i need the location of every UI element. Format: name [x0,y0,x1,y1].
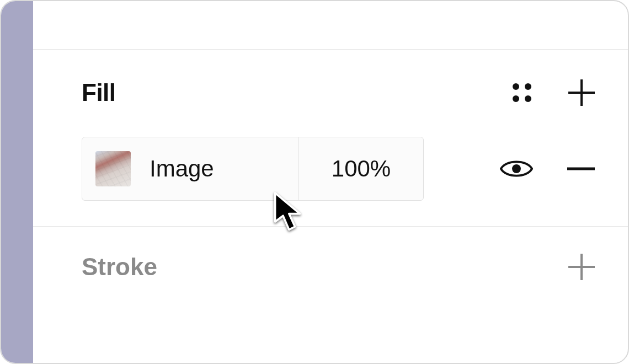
fill-type-button[interactable]: Image [82,137,298,200]
side-strip [1,1,33,363]
previous-section [33,1,628,50]
fill-type-label: Image [150,156,214,182]
fill-title: Fill [82,79,116,106]
styles-icon[interactable] [510,81,534,105]
fill-section: Fill Image 100% [33,50,628,227]
fill-swatch-group: Image 100% [82,137,424,201]
panel-content: Fill Image 100% [33,1,628,363]
fill-header-actions [510,79,595,106]
stroke-section: Stroke [33,227,628,307]
add-fill-button[interactable] [568,79,595,106]
fill-header: Fill [82,73,595,113]
fill-row: Image 100% [82,137,595,201]
remove-fill-button[interactable] [567,156,595,182]
visibility-toggle[interactable] [500,158,533,180]
fill-opacity-value: 100% [332,156,391,182]
fill-opacity-input[interactable]: 100% [298,137,423,200]
fill-row-actions [500,156,595,182]
properties-panel: Fill Image 100% [0,0,629,364]
fill-swatch [95,151,131,186]
stroke-title: Stroke [82,253,157,281]
add-stroke-button[interactable] [568,254,595,280]
svg-point-0 [512,164,521,173]
